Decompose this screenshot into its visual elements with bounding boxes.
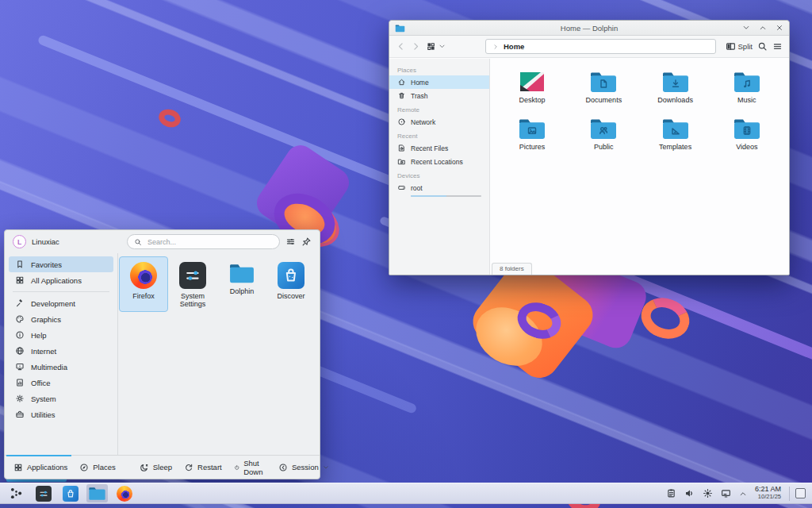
clock[interactable]: 6:21 AM 10/21/25 [755,486,781,500]
pin-button[interactable] [301,237,312,247]
desktop-folder-icon [518,70,546,94]
recent-section-header: Recent [389,129,489,141]
search-box[interactable] [127,234,280,249]
folder-documents[interactable]: Documents [569,70,638,104]
divider [789,487,790,501]
sidebar-item-root[interactable]: root [389,181,489,194]
minimize-icon[interactable] [742,24,750,32]
search-button[interactable] [757,41,768,52]
taskbar: 6:21 AM 10/21/25 [0,483,812,504]
breadcrumb[interactable]: Home [504,42,524,51]
remote-section-header: Remote [389,102,489,115]
show-desktop-button[interactable] [795,488,806,498]
compass-icon [79,463,89,472]
tab-places[interactable]: Places [79,463,116,472]
discover-icon [278,262,304,289]
folder-pictures[interactable]: Pictures [498,117,566,151]
app-dolphin[interactable]: Dolphin [217,256,266,312]
discover-icon [63,486,79,502]
configure-button[interactable] [285,237,296,247]
split-button[interactable]: Split [726,41,753,52]
folder-downloads[interactable]: Downloads [642,70,710,104]
hard-drive-icon [397,183,406,192]
sidebar-item-recent-files[interactable]: Recent Files [389,141,489,155]
recent-locations-icon [397,157,406,166]
taskbar-discover[interactable] [59,484,81,502]
launcher-header: L Linuxiac [5,230,320,253]
folder-videos[interactable]: Videos [713,117,781,151]
toolbox-icon [15,410,25,419]
apps-grid-icon [15,275,25,285]
firefox-icon [117,486,132,502]
folder-templates[interactable]: Templates [642,117,710,151]
sidebar-item-home[interactable]: Home [389,75,489,89]
view-mode-button[interactable] [426,41,446,52]
devices-section-header: Devices [389,168,489,181]
back-button[interactable] [396,41,406,52]
favorites-grid: Firefox System Settings Dolphin Discover [118,253,320,455]
display-icon[interactable] [721,488,731,498]
dolphin-icon [88,486,106,501]
folder-view: Desktop Documents Downloads Music [490,59,789,275]
category-favorites[interactable]: Favorites [9,256,113,272]
sidebar-item-network[interactable]: Network [389,115,489,129]
volume-icon[interactable] [684,488,695,498]
chevron-down-icon [323,464,329,471]
gear-icon [15,394,25,403]
taskbar-dolphin[interactable] [86,484,108,502]
chevron-down-icon [439,43,446,50]
menu-button[interactable] [772,41,783,52]
sidebar-item-recent-locations[interactable]: Recent Locations [389,155,489,168]
restart-icon [184,463,193,472]
tab-applications[interactable]: Applications [13,463,67,472]
sidebar-item-trash[interactable]: Trash [389,89,489,102]
category-development[interactable]: Development [9,295,113,311]
recent-files-icon [397,144,406,152]
location-bar[interactable]: Home [485,39,716,54]
trash-icon [397,91,406,100]
hamburger-icon [772,41,783,52]
app-firefox[interactable]: Firefox [119,256,168,312]
maximize-icon[interactable] [759,24,767,32]
restart-button[interactable]: Restart [184,463,222,472]
screen-media-icon [15,362,25,371]
avatar[interactable]: L [13,235,26,248]
app-discover[interactable]: Discover [266,256,316,312]
hammer-icon [15,298,25,308]
taskbar-launcher-button[interactable] [6,484,27,502]
dolphin-window: Home — Dolphin Home Split [389,20,790,275]
category-utilities[interactable]: Utilities [9,406,113,422]
category-multimedia[interactable]: Multimedia [9,359,113,375]
taskbar-system-settings[interactable] [33,484,54,502]
tray-expand-button[interactable] [739,490,747,498]
breadcrumb-chevron-icon [492,44,499,50]
folder-music[interactable]: Music [713,70,781,104]
info-icon [15,330,25,340]
session-button[interactable]: Session [278,463,329,472]
videos-folder-icon [733,117,761,140]
sleep-button[interactable]: Sleep [140,463,172,472]
forward-button[interactable] [411,41,421,52]
dolphin-icon [228,262,255,284]
folder-public[interactable]: Public [569,117,638,151]
search-input[interactable] [146,237,273,247]
clipboard-icon[interactable] [666,488,676,498]
shutdown-button[interactable]: Shut Down [234,459,266,476]
category-graphics[interactable]: Graphics [9,311,113,327]
category-system[interactable]: System [9,391,113,406]
brightness-icon[interactable] [703,488,713,498]
palette-icon [15,314,25,324]
taskbar-firefox[interactable] [113,484,135,502]
dolphin-toolbar: Home Split [389,36,789,58]
music-folder-icon [733,70,761,94]
close-icon[interactable] [776,24,783,32]
moon-icon [140,463,149,472]
category-help[interactable]: Help [9,327,113,343]
application-launcher: L Linuxiac Favorites All Applications [4,229,320,479]
app-system-settings[interactable]: System Settings [168,256,217,312]
category-internet[interactable]: Internet [9,343,113,359]
folder-desktop[interactable]: Desktop [498,70,566,104]
dolphin-titlebar[interactable]: Home — Dolphin [389,21,789,36]
category-office[interactable]: Office [9,375,113,391]
category-all-applications[interactable]: All Applications [9,272,113,288]
